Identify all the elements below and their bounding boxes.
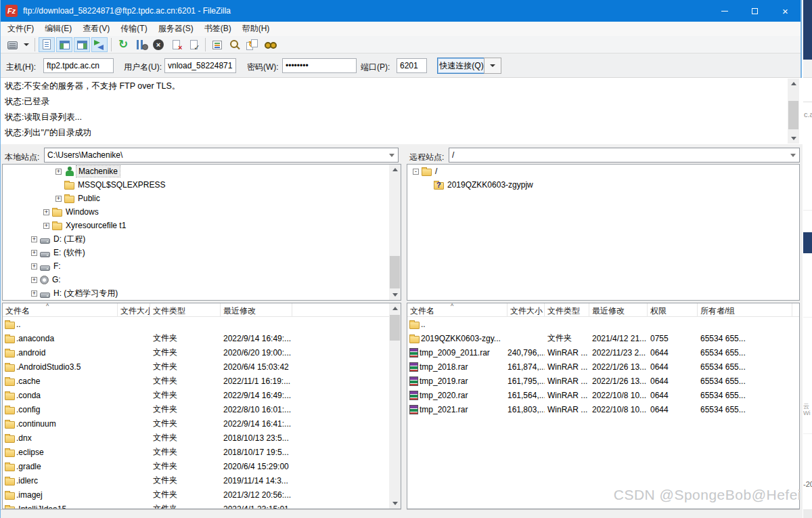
column-header-2[interactable]: 文件类型 [545,303,589,316]
file-row[interactable]: tmp_2021.rar161,803,...WinRAR ...2022/10… [407,402,799,416]
file-row[interactable]: .dnx文件夹2018/10/13 23:5... [3,431,389,445]
tree-item[interactable]: +Windows [3,205,389,219]
local-site-path-input[interactable] [45,150,386,160]
file-row[interactable]: tmp_2020.rar161,564,...WinRAR ...2022/10… [407,388,799,402]
tree-item[interactable]: +MSSQL$SQLEXPRESS [3,178,389,192]
file-row[interactable]: .AndroidStudio3.5文件夹2020/6/4 15:03:42 [3,360,389,374]
tree-item[interactable]: +D: (工程) [3,232,389,246]
scroll-up-button[interactable] [788,79,799,89]
toggle-message-log-button[interactable] [39,37,55,52]
scroll-down-button[interactable] [389,290,401,300]
menu-item-3[interactable]: 传输(T) [115,22,152,36]
tree-expander-icon[interactable]: + [43,223,49,229]
directory-comparison-button[interactable] [227,37,243,52]
tree-item[interactable]: +2019QZKK0603-zgypjw [407,178,799,192]
file-row[interactable]: .gradle文件夹2020/6/4 15:29:00 [3,459,389,473]
column-header-5[interactable]: 所有者/组 [698,303,792,316]
menu-item-0[interactable]: 文件(F) [2,22,39,36]
tree-item[interactable]: -/ [407,165,799,178]
site-manager-button[interactable] [4,37,20,52]
menu-item-2[interactable]: 查看(V) [77,22,115,36]
column-header-1[interactable]: 文件大小 [118,303,150,316]
minimize-button[interactable] [709,0,740,22]
scrollbar-thumb[interactable] [788,101,798,129]
scroll-up-button[interactable] [389,165,401,175]
tree-expander-icon[interactable]: + [31,250,37,256]
scroll-down-button[interactable] [788,133,799,144]
tree-item[interactable]: +E: (软件) [3,246,389,259]
tree-item[interactable]: +F: [3,259,389,273]
remote-site-combo[interactable] [449,148,800,163]
file-row[interactable]: .cache文件夹2022/11/1 16:19:... [3,374,389,388]
site-manager-dropdown-button[interactable] [22,37,31,52]
file-row[interactable]: tmp_2018.rar161,874,...WinRAR ...2022/1/… [407,360,799,374]
combo-dropdown-button[interactable] [386,148,398,162]
tree-expander-icon[interactable]: - [413,169,419,175]
column-header-3[interactable]: 最近修改 [221,303,292,316]
column-header-2[interactable]: 文件类型 [150,303,221,316]
file-row[interactable]: .config文件夹2022/8/10 16:01:... [3,402,389,416]
toggle-transfer-queue-button[interactable] [91,37,108,52]
tree-item[interactable]: +Xyresourcefile t1 [3,219,389,232]
file-row[interactable]: tmp_2009_2011.rar240,796,...WinRAR ...20… [407,345,799,360]
column-header-4[interactable]: 权限 [648,303,698,316]
local-tree-scrollbar[interactable] [389,165,401,300]
file-row[interactable]: .anaconda文件夹2022/9/14 16:49:... [3,331,389,345]
port-input[interactable] [397,58,427,73]
toggle-remote-tree-button[interactable] [74,37,90,52]
local-site-combo[interactable] [44,148,399,163]
local-list-scrollbar[interactable] [389,303,401,509]
remote-site-path-input[interactable] [449,150,787,160]
file-row[interactable]: .conda文件夹2022/9/14 16:49:... [3,388,389,402]
file-row[interactable]: .. [3,317,389,331]
column-header-1[interactable]: 文件大小 [508,303,545,316]
cancel-operation-button[interactable]: × [150,37,166,52]
file-row[interactable]: .. [407,317,799,331]
tree-expander-icon[interactable]: + [43,209,49,215]
menu-item-5[interactable]: 书签(B) [199,22,237,36]
username-input[interactable] [164,58,236,73]
column-header-0[interactable]: 文件名^ [3,303,118,316]
tree-expander-icon[interactable]: + [31,277,37,283]
reconnect-button[interactable]: ✓ [185,37,202,52]
disconnect-button[interactable]: × [168,37,184,52]
menu-item-1[interactable]: 编辑(E) [39,22,77,36]
file-row[interactable]: .eclipse文件夹2018/10/17 19:5... [3,445,389,459]
scrollbar-thumb[interactable] [390,315,400,341]
menu-item-4[interactable]: 服务器(S) [153,22,199,36]
synchronized-browsing-button[interactable]: ↻ [244,37,261,52]
tree-expander-icon[interactable]: + [55,169,62,175]
tree-item[interactable]: +G: [3,273,389,286]
scroll-up-button[interactable] [389,303,401,314]
maximize-button[interactable] [740,0,770,22]
toggle-local-tree-button[interactable] [56,37,72,52]
tree-expander-icon[interactable]: + [31,290,37,297]
scroll-down-button[interactable] [389,498,401,509]
scrollbar-thumb[interactable] [390,256,400,288]
quickconnect-button[interactable]: 快速连接(Q) [437,58,486,74]
quickconnect-dropdown-button[interactable] [484,58,501,74]
tree-expander-icon[interactable]: + [55,196,62,202]
password-input[interactable] [282,58,357,73]
combo-dropdown-button[interactable] [787,148,799,162]
log-scrollbar[interactable] [788,79,799,144]
file-row[interactable]: 2019QZKK0603-zgy...文件夹2021/4/12 21...075… [407,331,799,345]
file-row[interactable]: .idlerc文件夹2019/11/14 14:3... [3,473,389,488]
tree-expander-icon[interactable]: + [31,263,37,269]
menu-item-6[interactable]: 帮助(H) [237,22,275,36]
tree-item[interactable]: +H: (文档学习专用) [3,286,389,300]
tree-item[interactable]: +Public [3,192,389,205]
file-row[interactable]: .continuum文件夹2022/9/14 16:41:... [3,416,389,431]
file-row[interactable]: tmp_2019.rar161,795,...WinRAR ...2022/1/… [407,374,799,388]
process-queue-button[interactable] [133,37,149,52]
host-input[interactable] [43,58,114,73]
find-files-button[interactable] [262,37,278,52]
column-header-3[interactable]: 最近修改 [589,303,648,316]
file-row[interactable]: .imagej文件夹2021/3/12 20:56:... [3,488,389,502]
tree-item[interactable]: +Machenike [3,165,389,178]
directory-listing-filters-button[interactable] [209,37,225,52]
close-button[interactable]: × [770,0,800,22]
file-row[interactable]: .android文件夹2020/6/20 19:00:... [3,345,389,360]
tree-expander-icon[interactable]: + [31,236,37,242]
column-header-0[interactable]: 文件名^ [407,303,508,316]
